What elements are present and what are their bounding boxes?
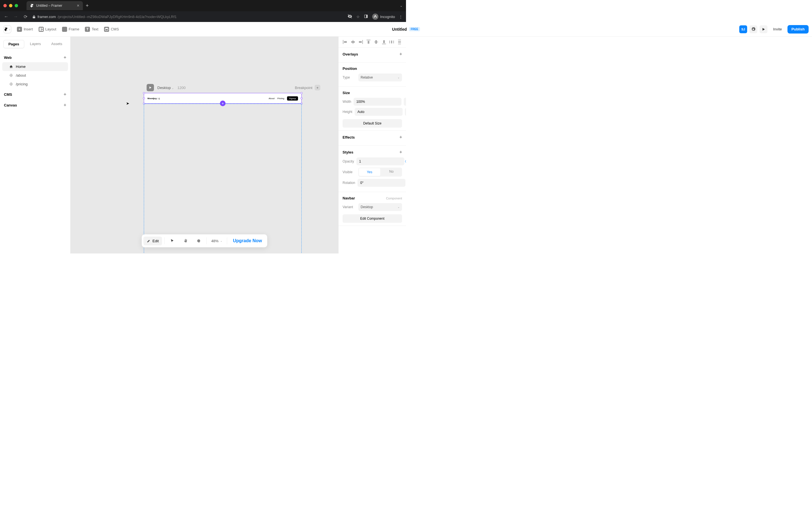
tab-assets[interactable]: Assets	[47, 40, 67, 48]
align-bottom-icon[interactable]	[382, 40, 387, 45]
add-breakpoint-button[interactable]: +	[315, 85, 320, 91]
browser-tab[interactable]: Untitled – Framer ✕	[27, 1, 83, 10]
project-title[interactable]: Untitled	[392, 27, 406, 32]
add-effect-button[interactable]: +	[400, 135, 402, 140]
align-center-v-icon[interactable]	[373, 40, 378, 45]
distribute-v-icon[interactable]	[397, 40, 402, 45]
svg-rect-25	[398, 41, 401, 43]
add-style-button[interactable]: +	[400, 150, 402, 155]
add-page-button[interactable]: +	[64, 55, 66, 60]
svg-rect-14	[359, 41, 362, 43]
zoom-control[interactable]: 48% ⌄	[209, 239, 225, 243]
size-title: Size	[343, 91, 350, 95]
visible-no[interactable]: No	[381, 168, 402, 177]
resize-handle[interactable]	[301, 92, 303, 94]
insert-button[interactable]: +Insert	[15, 25, 35, 34]
page-label: /about	[16, 73, 26, 77]
resize-handle[interactable]	[301, 98, 303, 100]
type-label: Type	[343, 75, 356, 79]
variant-select[interactable]: Desktop⌄	[358, 203, 402, 211]
page-label: /pricing	[16, 82, 28, 86]
page-item-about[interactable]: /about	[2, 71, 68, 80]
hand-tool[interactable]	[180, 236, 191, 245]
align-right-icon[interactable]	[358, 40, 363, 45]
opacity-input[interactable]	[356, 158, 404, 165]
menu-icon[interactable]: ⋮	[399, 15, 403, 19]
default-size-button[interactable]: Default Size	[343, 119, 402, 128]
frame-icon	[62, 27, 67, 32]
breakpoint-label: Breakpoint	[295, 86, 312, 90]
framer-menu-button[interactable]: ⌄	[3, 25, 11, 33]
add-cms-button[interactable]: +	[64, 92, 66, 97]
selected-navbar-component[interactable]: + Moodjoy :-) About Pricing Signup	[144, 93, 302, 104]
page-item-pricing[interactable]: /pricing	[2, 80, 68, 89]
height-unit-select[interactable]: Fit⌄	[405, 108, 406, 116]
layout-button[interactable]: Layout	[36, 25, 59, 34]
device-selector[interactable]: Desktop ⌄	[157, 86, 174, 90]
new-tab-button[interactable]: +	[86, 3, 89, 9]
svg-rect-19	[382, 44, 386, 44]
text-button[interactable]: TText	[83, 25, 101, 34]
styles-title: Styles	[343, 150, 353, 154]
frame-outline[interactable]	[144, 104, 302, 253]
extension-icon[interactable]	[364, 14, 368, 19]
lock-icon	[32, 15, 36, 18]
rotation-label: Rotation	[343, 181, 355, 185]
cms-button[interactable]: CMS	[102, 25, 121, 34]
height-input[interactable]	[355, 108, 403, 116]
canvas-play-button[interactable]	[147, 84, 154, 91]
cursor-icon: ➤	[126, 101, 130, 106]
select-tool[interactable]	[167, 237, 177, 245]
window-close[interactable]	[3, 4, 7, 7]
add-canvas-button[interactable]: +	[64, 103, 66, 108]
comment-tool[interactable]	[193, 237, 204, 245]
web-section-title: Web	[4, 55, 11, 60]
align-center-h-icon[interactable]	[350, 40, 356, 45]
text-label: Text	[92, 27, 98, 31]
height-label: Height	[343, 110, 352, 114]
chevron-down-icon: ⌄	[8, 28, 11, 31]
rotation-input[interactable]	[357, 179, 405, 187]
svg-rect-2	[366, 15, 368, 18]
add-overlay-button[interactable]: +	[400, 52, 402, 57]
svg-rect-20	[383, 40, 385, 43]
chevron-down-icon: ⌄	[398, 206, 400, 209]
visible-toggle[interactable]: Yes No	[358, 168, 402, 177]
slider-thumb[interactable]	[405, 160, 406, 163]
upgrade-button[interactable]: Upgrade Now	[230, 236, 265, 245]
address-bar[interactable]: framer.com/projects/Untitled--mZ98oDWaPJ…	[32, 15, 343, 19]
back-button[interactable]: ←	[3, 14, 9, 19]
home-icon	[9, 65, 13, 69]
tab-pages[interactable]: Pages	[3, 40, 24, 48]
framer-favicon-icon	[30, 4, 34, 8]
globe-icon	[9, 73, 13, 77]
forward-button[interactable]: →	[13, 14, 18, 19]
eye-off-icon[interactable]	[347, 14, 352, 20]
width-unit-select[interactable]: Rel⌄	[404, 98, 406, 106]
align-left-icon[interactable]	[343, 40, 348, 45]
position-type-select[interactable]: Relative⌄	[358, 73, 402, 81]
page-item-home[interactable]: Home	[2, 62, 68, 71]
distribute-h-icon[interactable]	[389, 40, 394, 45]
align-top-icon[interactable]	[366, 40, 371, 45]
navbar-title: Navbar	[343, 196, 355, 200]
close-tab-icon[interactable]: ✕	[77, 4, 80, 8]
reload-button[interactable]: ⟳	[22, 14, 28, 19]
resize-handle[interactable]	[143, 98, 145, 100]
canvas-width[interactable]: 1200	[177, 86, 186, 90]
incognito-indicator[interactable]: Incognito	[372, 13, 395, 20]
bookmark-star-icon[interactable]: ☆	[356, 15, 360, 19]
window-maximize[interactable]	[15, 4, 18, 7]
frame-button[interactable]: Frame	[60, 25, 82, 34]
window-minimize[interactable]	[9, 4, 12, 7]
resize-handle[interactable]	[143, 92, 145, 94]
nav-logo: Moodjoy :-)	[147, 97, 160, 100]
cms-icon	[104, 27, 109, 32]
width-input[interactable]	[354, 98, 402, 106]
window-chevron-icon[interactable]: ⌄	[400, 4, 403, 8]
edit-component-button[interactable]: Edit Component	[343, 214, 402, 223]
tab-layers[interactable]: Layers	[26, 40, 46, 48]
comment-icon	[197, 239, 201, 243]
edit-mode-button[interactable]: Edit	[144, 237, 162, 245]
visible-yes[interactable]: Yes	[359, 168, 380, 176]
